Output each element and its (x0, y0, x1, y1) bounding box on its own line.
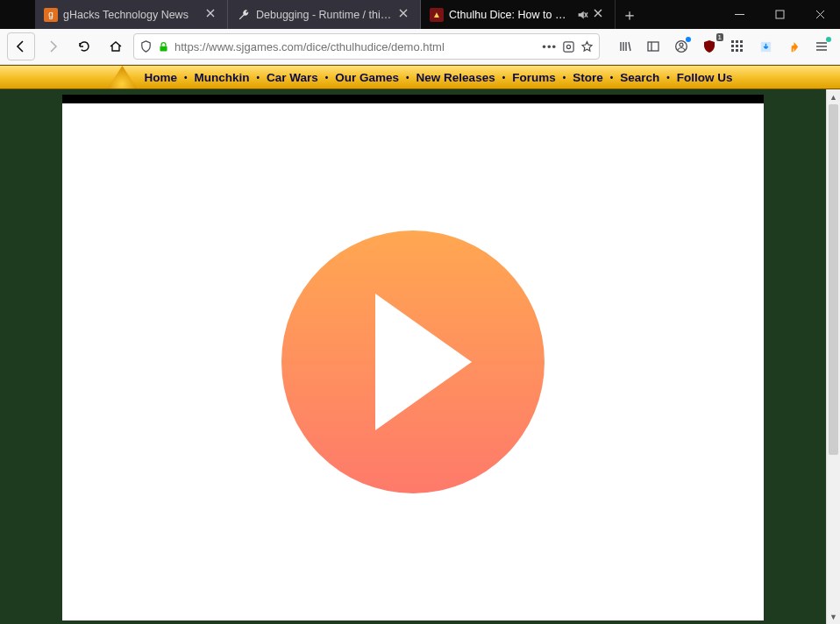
scroll-down-arrow-icon[interactable]: ▼ (827, 609, 840, 624)
wrench-icon (237, 8, 251, 22)
url-text: https://www.sjgames.com/dice/cthulhudice… (174, 40, 537, 53)
svg-rect-13 (731, 49, 734, 52)
back-button[interactable] (7, 32, 35, 60)
new-tab-button[interactable]: ＋ (616, 0, 644, 29)
site-nav-bar: Home• Munchkin• Car Wars• Our Games• New… (0, 65, 840, 89)
page-actions-icon[interactable]: ••• (542, 40, 557, 53)
window-maximize-button[interactable] (759, 0, 800, 29)
tab-title: Debugging - Runtime / this-fir (256, 9, 394, 21)
window-close-button[interactable] (800, 0, 840, 29)
window-controls (719, 0, 840, 29)
svg-point-6 (680, 43, 683, 46)
video-poster (62, 103, 764, 620)
browser-tab-ghacks[interactable]: g gHacks Technology News (35, 0, 228, 29)
play-button[interactable] (281, 230, 545, 493)
tab-title: Cthulhu Dice: How to Play (449, 9, 571, 21)
sidebars-icon[interactable] (642, 35, 665, 58)
nav-search[interactable]: Search (620, 71, 659, 84)
vertical-scrollbar[interactable]: ▲ ▼ (826, 89, 840, 624)
ublock-icon[interactable]: 1 (698, 35, 721, 58)
svg-rect-15 (740, 49, 743, 52)
svg-rect-0 (776, 11, 784, 18)
svg-rect-2 (564, 41, 573, 51)
forward-button[interactable] (39, 32, 67, 60)
svg-rect-7 (731, 40, 734, 43)
svg-rect-4 (648, 42, 658, 51)
scrollbar-thumb[interactable] (829, 104, 838, 455)
url-bar[interactable]: https://www.sjgames.com/dice/cthulhudice… (133, 33, 600, 60)
extension-icon[interactable] (782, 35, 805, 58)
browser-tab-strip: g gHacks Technology News Debugging - Run… (0, 0, 840, 29)
svg-rect-9 (740, 40, 743, 43)
favicon-icon: g (44, 8, 58, 22)
close-tab-icon[interactable] (206, 9, 218, 21)
nav-forums[interactable]: Forums (512, 71, 556, 84)
nav-home[interactable]: Home (144, 71, 177, 84)
svg-rect-11 (736, 45, 738, 47)
nav-our-games[interactable]: Our Games (335, 71, 399, 84)
reader-mode-icon[interactable] (562, 40, 575, 53)
nav-new-releases[interactable]: New Releases (416, 71, 495, 84)
video-embed-frame (62, 95, 764, 620)
svg-point-3 (566, 45, 570, 48)
browser-nav-bar: https://www.sjgames.com/dice/cthulhudice… (0, 29, 840, 65)
close-tab-icon[interactable] (399, 9, 411, 21)
menu-icon[interactable] (810, 35, 833, 58)
browser-tab-debugging[interactable]: Debugging - Runtime / this-fir (228, 0, 421, 29)
browser-tab-cthulhu[interactable]: ▲ Cthulhu Dice: How to Play (421, 0, 616, 29)
svg-rect-8 (736, 40, 738, 43)
svg-rect-1 (160, 46, 167, 51)
shield-icon[interactable] (139, 40, 153, 53)
bookmark-star-icon[interactable] (580, 40, 594, 53)
tab-title: gHacks Technology News (63, 9, 201, 21)
library-icon[interactable] (614, 35, 637, 58)
lock-icon[interactable] (158, 41, 169, 53)
window-minimize-button[interactable] (719, 0, 759, 29)
profile-icon[interactable] (670, 35, 693, 58)
scroll-up-arrow-icon[interactable]: ▲ (827, 89, 840, 104)
nav-follow-us[interactable]: Follow Us (677, 71, 733, 84)
nav-munchkin[interactable]: Munchkin (194, 71, 249, 84)
nav-store[interactable]: Store (573, 71, 603, 84)
pyramid-logo-icon[interactable] (107, 66, 137, 89)
page-viewport (0, 89, 826, 624)
svg-rect-10 (731, 45, 734, 47)
svg-rect-12 (740, 45, 743, 47)
mute-icon[interactable] (576, 9, 588, 21)
close-tab-icon[interactable] (594, 9, 606, 21)
favicon-icon: ▲ (430, 8, 444, 22)
nav-car-wars[interactable]: Car Wars (267, 71, 318, 84)
svg-rect-14 (736, 49, 738, 52)
download-addon-icon[interactable] (754, 35, 777, 58)
browser-toolbar-addons: 1 (603, 35, 833, 58)
reload-button[interactable] (70, 32, 98, 60)
apps-grid-icon[interactable] (726, 35, 749, 58)
play-triangle-icon (375, 294, 472, 430)
home-button[interactable] (102, 32, 130, 60)
